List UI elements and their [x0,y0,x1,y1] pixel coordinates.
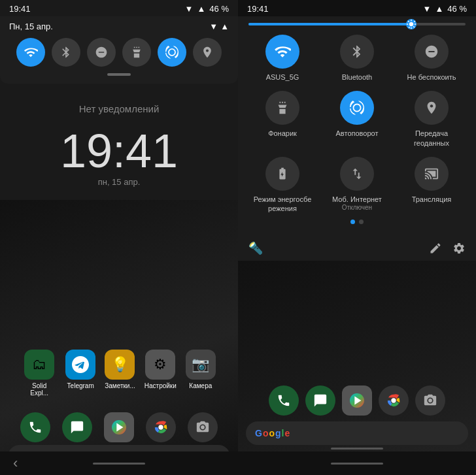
dock-camera[interactable] [188,412,218,442]
date-row: Пн, 15 апр. ▼ ▲ [9,22,229,31]
qs-location-label: Передача геоданных [398,129,466,148]
qs-bottom-bar: 🔦 [238,237,476,261]
dock-messages[interactable] [62,412,92,442]
right-home-pill [331,463,383,465]
telegram-icon [65,350,95,380]
qs-cast-icon [415,157,449,191]
qs-dot-1 [350,220,355,224]
right-battery: 46 % [447,4,467,14]
qs-autorotate-icon [340,91,374,125]
tile-dnd-left[interactable] [87,38,116,67]
left-wallpaper: 🗂 Solid Expl... Telegram 💡 Заметки... ⚙ … [0,200,238,475]
qs-battery-saver[interactable]: Режим энергосбе режения [248,157,316,214]
right-status-bar: 19:41 ▼ ▲ 46 % [238,0,476,16]
qs-bluetooth[interactable]: Bluetooth [323,35,391,82]
left-time: 19:41 [9,4,31,14]
left-nav-bar: ‹ [0,451,238,475]
tile-autorotate-left[interactable] [158,38,186,67]
app-settings[interactable]: ⚙ Настройки [144,350,177,397]
tile-location-left[interactable] [193,38,222,67]
torch-button[interactable]: 🔦 [248,241,263,255]
notes-icon: 💡 [105,350,135,380]
app-solid-explorer[interactable]: 🗂 Solid Expl... [22,350,56,397]
dock-chrome[interactable] [146,412,176,442]
brightness-row [248,23,466,25]
qs-wifi[interactable]: ASUS_5G [248,35,316,82]
app-telegram[interactable]: Telegram [65,350,95,397]
tile-bluetooth-left[interactable] [52,38,80,67]
qs-bluetooth-icon [340,35,374,69]
right-home-indicator [331,448,383,450]
left-status-right: ▼ ▲ 46 % [185,4,229,14]
right-dock-messages[interactable] [305,385,335,416]
app-icons-row: 🗂 Solid Expl... Telegram 💡 Заметки... ⚙ … [0,350,238,397]
qs-cast-label: Трансляция [412,195,452,204]
settings-app-label: Настройки [144,382,177,389]
edit-button[interactable] [429,242,442,255]
right-search-bar[interactable]: G o o g l e [246,421,468,445]
right-dock-chrome[interactable] [379,385,409,416]
qs-data-sublabel: Отключен [342,204,372,211]
settings-button[interactable] [452,242,466,255]
right-dock-play[interactable] [342,385,372,416]
qs-flashlight[interactable]: Фонарик [248,91,316,148]
wifi-small-icon: ▼ [209,22,218,31]
qs-dnd-label: Не беспокоить [407,73,456,82]
right-status-right: ▼ ▲ 46 % [423,4,467,14]
tile-wifi[interactable] [16,38,45,67]
qs-grid: ASUS_5G Bluetooth Не беспокоить [248,35,466,213]
qs-battery-icon [265,157,299,191]
brightness-slider[interactable] [248,23,466,25]
qs-cast[interactable]: Трансляция [398,157,466,214]
right-dock-phone[interactable] [269,385,299,416]
qs-location-icon [415,91,449,125]
qs-autorotate[interactable]: Автоповорот [323,91,391,148]
left-home-pill [93,463,145,465]
shade-handle [107,73,131,76]
qs-data-label: Моб. Интернет [332,195,382,204]
svg-point-3 [391,398,396,402]
qs-data-icon [340,157,374,191]
qs-page-dots [248,213,466,228]
dock-play[interactable] [104,412,134,442]
date-icons: ▼ ▲ [209,22,229,31]
signal-right-icon: ▲ [435,4,443,14]
qs-location[interactable]: Передача геоданных [398,91,466,148]
left-big-clock: 19:41 [0,127,238,174]
qs-panel: ASUS_5G Bluetooth Не беспокоить [238,16,476,237]
qs-dnd[interactable]: Не беспокоить [398,35,466,82]
quick-tiles-left [9,38,229,67]
telegram-label: Telegram [67,382,94,389]
qs-bluetooth-label: Bluetooth [342,73,372,82]
brightness-fill [248,23,411,25]
qs-mobile-data[interactable]: Моб. Интернет Отключен [323,157,391,214]
qs-flashlight-icon [265,91,299,125]
app-camera[interactable]: 📷 Камера [186,350,216,397]
right-dock-camera[interactable] [415,385,445,416]
google-logo-right: G o o g l e [255,428,290,438]
back-button-left[interactable]: ‹ [13,455,18,472]
right-app-strip [238,385,476,416]
notification-shade: Пн, 15 апр. ▼ ▲ [0,16,238,84]
left-battery: 46 % [209,4,229,14]
signal-small-icon: ▲ [220,22,229,31]
tile-flashlight-left[interactable] [122,38,151,67]
solid-explorer-icon: 🗂 [24,350,54,380]
svg-point-1 [158,425,163,429]
qs-battery-label: Режим энергосбе режения [248,195,316,214]
app-notes[interactable]: 💡 Заметки... [105,350,135,397]
qs-flashlight-label: Фонарик [268,129,297,138]
left-status-bar: 19:41 ▼ ▲ 46 % [0,0,238,16]
wifi-status-icon: ▼ [185,4,194,14]
left-date: Пн, 15 апр. [9,22,53,31]
qs-dot-2 [359,220,364,224]
notes-label: Заметки... [105,382,135,389]
camera-app-icon: 📷 [186,350,216,380]
no-notifications-label: Нет уведомлений [0,103,238,114]
settings-app-icon: ⚙ [145,350,175,380]
signal-status-icon: ▲ [197,4,205,14]
solid-explorer-label: Solid Expl... [22,382,56,397]
left-big-date: пн, 15 апр. [0,177,238,187]
right-bottom-content: G o o g l e [238,261,476,451]
dock-phone[interactable] [20,412,50,442]
